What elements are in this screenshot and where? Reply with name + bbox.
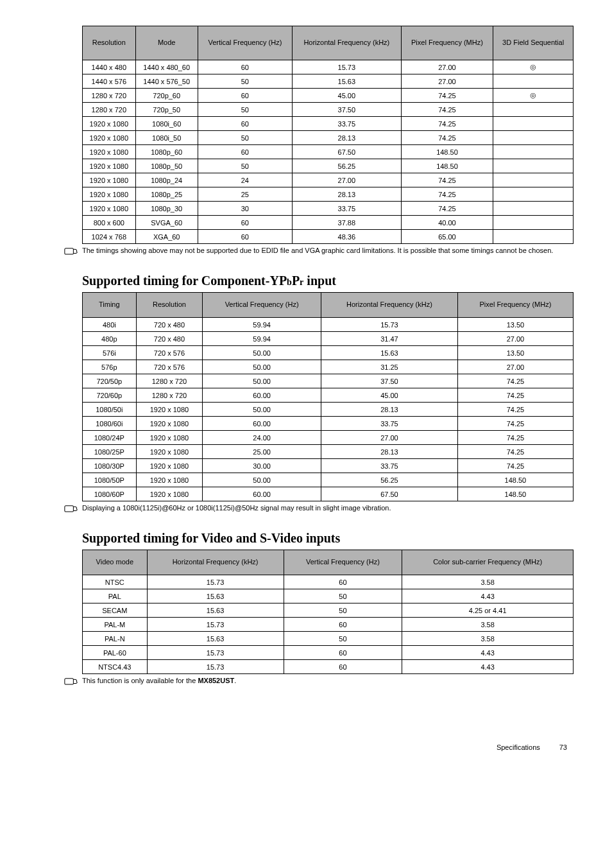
svg-rect-1 [65,506,74,512]
table-row: 576i720 x 57650.0015.6313.50 [83,346,574,360]
table-row: 1920 x 10801080p_303033.7574.25 [83,202,574,216]
note-mx852ust: This function is only available for the … [64,677,574,686]
video-svideo-table: Video modeHorizontal Frequency (kHz)Vert… [82,550,574,674]
note-text: Displaying a 1080i(1125i)@60Hz or 1080i(… [82,504,391,512]
table-header: Video mode [83,550,148,575]
table-row: 720/50p1280 x 72050.0037.5074.25 [83,374,574,388]
footer-page: 73 [559,743,567,751]
table-row: 1920 x 10801080p_606067.50148.50 [83,145,574,159]
note-1080i-vibration: Displaying a 1080i(1125i)@60Hz or 1080i(… [64,504,574,513]
table-row: PAL15.63504.43 [83,589,574,603]
table-header: Horizontal Frequency (kHz) [292,26,401,60]
table-header: Color sub-carrier Frequency (MHz) [402,550,574,575]
note-icon [64,504,78,513]
table-row: 1440 x 5761440 x 576_505015.6327.00 [83,74,574,89]
table-row: 1280 x 720720p_606045.0074.25◎ [83,89,574,103]
table-row: 1920 x 10801080i_606033.7574.25 [83,117,574,131]
table-row: 480p720 x 48059.9431.4727.00 [83,332,574,346]
table-row: PAL-N15.63503.58 [83,632,574,646]
hdmi-timing-table: ResolutionModeVertical Frequency (Hz)Hor… [82,26,574,244]
table-header: Resolution [136,293,203,318]
table-row: PAL-M15.73603.58 [83,618,574,632]
table-header: Resolution [83,26,136,60]
table-row: 1280 x 720720p_505037.5074.25 [83,103,574,117]
table-row: 1080/60P1920 x 108060.0067.50148.50 [83,487,574,501]
table-row: 1440 x 4801440 x 480_606015.7327.00◎ [83,60,574,74]
table-row: 1920 x 10801080p_252528.1374.25 [83,187,574,202]
table-header: Vertical Frequency (Hz) [203,293,321,318]
table-row: 1080/25P1920 x 108025.0028.1374.25 [83,445,574,459]
table-header: Horizontal Frequency (kHz) [321,293,457,318]
table-row: 576p720 x 57650.0031.2527.00 [83,360,574,374]
table-row: NTSC4.4315.73604.43 [83,660,574,674]
svg-rect-2 [65,679,74,684]
table-row: 1080/24P1920 x 108024.0027.0074.25 [83,431,574,445]
note-edid-limit: The timings showing above may not be sup… [64,247,574,256]
table-row: 720/60p1280 x 72060.0045.0074.25 [83,388,574,403]
table-row: 800 x 600SVGA_606037.8840.00 [83,216,574,230]
heading-video-svideo: Supported timing for Video and S-Video i… [82,531,574,546]
note-icon [64,677,78,686]
table-header: Vertical Frequency (Hz) [284,550,402,575]
svg-rect-0 [65,248,74,254]
table-row: NTSC15.73603.58 [83,575,574,589]
table-header: Vertical Frequency (Hz) [198,26,292,60]
note-icon [64,247,78,256]
heading-component-ypbpr: Supported timing for Component-YPbPr inp… [82,273,574,288]
table-row: 1080/50i1920 x 108050.0028.1374.25 [83,403,574,417]
table-header: Pixel Frequency (MHz) [457,293,573,318]
table-row: 1080/30P1920 x 108030.0033.7574.25 [83,459,574,473]
table-row: 1920 x 10801080p_242427.0074.25 [83,173,574,187]
table-header: Pixel Frequency (MHz) [401,26,493,60]
table-row: 1080/50P1920 x 108050.0056.25148.50 [83,473,574,487]
note-text: The timings showing above may not be sup… [82,247,553,254]
footer-section: Specifications [497,743,540,751]
note-text: This function is only available for the … [82,677,236,684]
table-row: PAL-6015.73604.43 [83,646,574,660]
table-row: 1920 x 10801080p_505056.25148.50 [83,159,574,173]
table-row: 480i720 x 48059.9415.7313.50 [83,318,574,332]
table-header: Horizontal Frequency (kHz) [147,550,284,575]
component-ypbpr-table: TimingResolutionVertical Frequency (Hz)H… [82,292,574,501]
table-header: 3D Field Sequential [493,26,574,60]
table-row: SECAM15.63504.25 or 4.41 [83,603,574,618]
table-row: 1920 x 10801080i_505028.1374.25 [83,131,574,145]
table-row: 1080/60i1920 x 108060.0033.7574.25 [83,417,574,431]
page-footer: Specifications 73 [64,743,574,751]
table-row: 1024 x 768XGA_606048.3665.00 [83,230,574,244]
table-header: Timing [83,293,137,318]
table-header: Mode [135,26,198,60]
